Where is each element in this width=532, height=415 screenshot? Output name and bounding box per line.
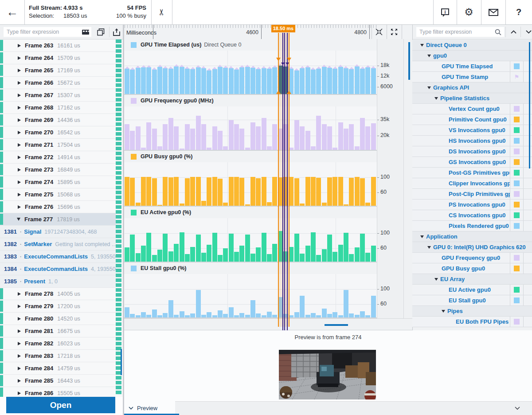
caret-right-icon[interactable]: [18, 94, 21, 97]
metric-swatch-cell[interactable]: [510, 189, 524, 199]
caret-right-icon[interactable]: [18, 392, 21, 395]
caret-down-icon[interactable]: [442, 310, 445, 313]
metrics-scrollbar-thumb[interactable]: [529, 42, 530, 168]
metric-swatch-cell[interactable]: [510, 210, 524, 220]
metric-swatch-cell[interactable]: [510, 317, 524, 327]
metric-swatch-cell[interactable]: [510, 285, 524, 295]
frame-row-frame-268[interactable]: Frame 26817162 us: [0, 102, 116, 114]
frame-row-frame-281[interactable]: Frame 28116675 us: [0, 325, 116, 337]
frame-row-frame-278[interactable]: Frame 27814005 us: [0, 288, 116, 300]
tree-item-gs-invocations-gpu0[interactable]: GS Invocations gpu0: [412, 157, 532, 168]
frame-row-frame-272[interactable]: Frame 27214914 us: [0, 151, 116, 164]
back-button[interactable]: ←: [0, 0, 24, 24]
caret-right-icon[interactable]: [18, 168, 21, 172]
tree-item-application[interactable]: Application: [412, 231, 532, 242]
timeline-hscrollbar-thumb[interactable]: [325, 324, 348, 326]
caret-right-icon[interactable]: [18, 69, 21, 72]
tree-item-primitive-count-gpu0[interactable]: Primitive Count gpu0: [412, 114, 532, 125]
frame-row-frame-285[interactable]: Frame 28516443 us: [0, 375, 116, 387]
caret-down-icon[interactable]: [17, 218, 20, 221]
metrics-filter-input[interactable]: [416, 29, 495, 35]
preview-tab[interactable]: Preview: [124, 401, 175, 415]
metric-swatch-cell[interactable]: [510, 221, 524, 231]
frame-row-frame-283[interactable]: Frame 28317218 us: [0, 350, 116, 362]
caret-right-icon[interactable]: [18, 44, 21, 47]
tree-item-post-clip-primitives-gpu0[interactable]: Post-Clip Primitives gpu0: [412, 189, 532, 200]
metric-swatch-cell[interactable]: [510, 178, 524, 188]
tree-item-vs-invocations-gpu0[interactable]: VS Invocations gpu0: [412, 125, 532, 136]
caret-right-icon[interactable]: [18, 118, 21, 122]
caret-right-icon[interactable]: [18, 205, 21, 209]
chart-scrollbar-thumb[interactable]: [408, 42, 410, 80]
caret-down-icon[interactable]: [427, 86, 431, 89]
tree-item-gpu-0-intel-r-uhd-graphics-620[interactable]: GPU 0: Intel(R) UHD Graphics 620: [412, 242, 532, 253]
frame-row-frame-277[interactable]: Frame 27717819 us: [0, 213, 116, 226]
caret-down-icon[interactable]: [420, 44, 424, 47]
frame-row-frame-274[interactable]: Frame 27415895 us: [0, 176, 116, 188]
caret-down-icon[interactable]: [434, 278, 438, 281]
next-match-button[interactable]: [522, 26, 532, 38]
caret-right-icon[interactable]: [18, 329, 21, 333]
caret-down-icon[interactable]: [427, 246, 431, 249]
api-call-row[interactable]: 1384·ExecuteCommandLists4, 193550...: [0, 263, 116, 275]
metric-swatch-cell[interactable]: [510, 136, 524, 146]
frame-list-scrollbar-thumb[interactable]: [121, 349, 122, 375]
caret-right-icon[interactable]: [18, 292, 21, 296]
frame-row-frame-280[interactable]: Frame 28014520 us: [0, 313, 116, 325]
time-marker-badge[interactable]: 18.50 ms: [271, 25, 295, 32]
tree-item-graphics-api[interactable]: Graphics API: [412, 82, 532, 93]
frame-row-frame-279[interactable]: Frame 27917200 us: [0, 300, 116, 313]
tree-item-vertex-count-gpu0[interactable]: Vertex Count gpu0: [412, 104, 532, 114]
selection-handle-icon[interactable]: [276, 90, 281, 94]
metric-swatch-cell[interactable]: [510, 295, 524, 305]
api-call-row[interactable]: 1383·ExecuteCommandLists5, 193550...: [0, 251, 116, 263]
frame-row-frame-266[interactable]: Frame 26615672 us: [0, 77, 116, 89]
caret-right-icon[interactable]: [18, 81, 21, 85]
selection-handle-icon[interactable]: [287, 90, 291, 94]
frame-filter-input[interactable]: [4, 29, 82, 35]
chart-scrollbar-gutter[interactable]: [404, 39, 412, 318]
metric-swatch-cell[interactable]: [510, 263, 524, 274]
frame-minimap-scrollbar[interactable]: [116, 39, 121, 397]
tree-item-eu-both-fpu-pipes-a[interactable]: EU Both FPU Pipes A...: [412, 317, 532, 327]
timeline-hscrollbar[interactable]: [124, 318, 412, 330]
settings-button[interactable]: ⚙: [457, 0, 481, 24]
tree-item-gpu-frequency-gpu0[interactable]: GPU Frequency gpu0: [412, 253, 532, 263]
selection-handle-icon[interactable]: [287, 58, 291, 61]
prev-match-button[interactable]: [507, 26, 520, 38]
caret-right-icon[interactable]: [18, 342, 21, 345]
metric-swatch-cell[interactable]: [510, 114, 524, 125]
caret-down-icon[interactable]: [427, 55, 431, 57]
tree-item-gpu-time-elapsed[interactable]: GPU Time Elapsed: [412, 61, 532, 72]
help-button[interactable]: ?: [505, 0, 532, 24]
tree-item-eu-array[interactable]: EU Array: [412, 274, 532, 285]
caret-right-icon[interactable]: [18, 56, 21, 60]
frame-row-frame-269[interactable]: Frame 26914436 us: [0, 114, 116, 126]
caret-right-icon[interactable]: [18, 180, 21, 184]
tree-item-hs-invocations-gpu0[interactable]: HS Invocations gpu0: [412, 136, 532, 146]
metric-swatch-cell[interactable]: [510, 168, 524, 178]
caret-down-icon[interactable]: [434, 97, 438, 100]
metric-swatch-cell[interactable]: [510, 104, 524, 114]
frame-row-frame-270[interactable]: Frame 27016542 us: [0, 126, 116, 139]
caret-down-icon[interactable]: [420, 235, 424, 238]
tree-item-gpu0[interactable]: gpu0: [412, 51, 532, 61]
metric-swatch-cell[interactable]: [510, 200, 524, 210]
frame-row-frame-271[interactable]: Frame 27117504 us: [0, 139, 116, 151]
metric-swatch-cell[interactable]: [510, 253, 524, 263]
caret-right-icon[interactable]: [18, 106, 21, 110]
api-call-row[interactable]: 1385·Present1, 0: [0, 275, 116, 288]
caret-right-icon[interactable]: [18, 354, 21, 358]
frame-row-frame-282[interactable]: Frame 28216023 us: [0, 337, 116, 350]
selection-region[interactable]: [278, 33, 289, 327]
selection-handle-icon[interactable]: [276, 58, 281, 61]
export-button[interactable]: [110, 26, 123, 38]
caret-right-icon[interactable]: [18, 305, 21, 308]
caret-right-icon[interactable]: [18, 143, 21, 147]
collapse-bottom-panel-button[interactable]: [513, 404, 521, 412]
tree-item-direct-queue-0[interactable]: Direct Queue 0: [412, 40, 532, 51]
event-marker-icon[interactable]: [281, 63, 285, 65]
tree-item-pixels-rendered-gpu0[interactable]: Pixels Rendered gpu0: [412, 221, 532, 231]
api-call-row[interactable]: 1382·SetMarkerGetting last completed ...: [0, 238, 116, 251]
metric-swatch-cell[interactable]: [510, 125, 524, 135]
